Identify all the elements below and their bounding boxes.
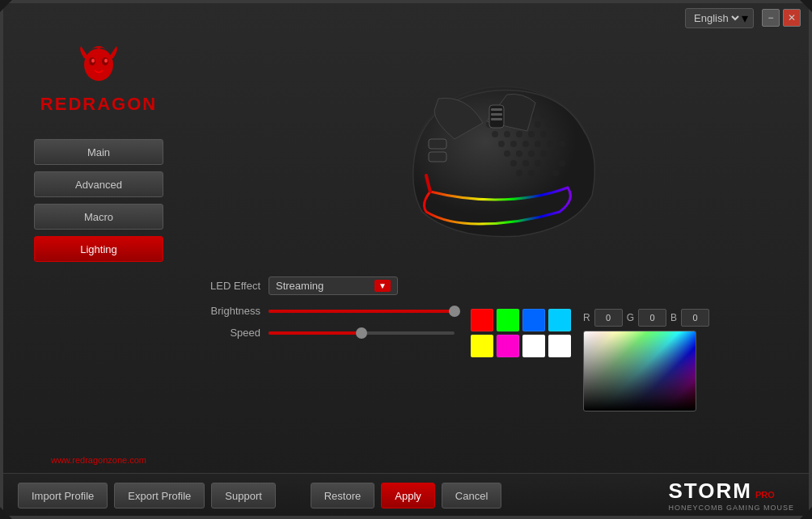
- mouse-area: [180, 42, 794, 268]
- swatch-cyan[interactable]: [548, 309, 571, 331]
- led-effect-dropdown[interactable]: Streaming ▼: [269, 276, 398, 295]
- controls-panel: LED Effect Streaming ▼ Brightness: [180, 268, 794, 420]
- svg-point-42: [552, 170, 559, 176]
- swatch-red[interactable]: [471, 309, 493, 331]
- swatch-white2[interactable]: [548, 335, 571, 357]
- svg-point-16: [547, 121, 553, 128]
- led-effect-value: Streaming: [276, 280, 324, 292]
- bottom-left-buttons: Import Profile Export Profile Support: [18, 483, 277, 508]
- storm-logo: STORM PRO HONEYCOMB GAMING MOUSE: [668, 479, 794, 513]
- svg-point-41: [540, 170, 547, 176]
- svg-point-32: [540, 150, 547, 157]
- logo-area: REDRAGON: [40, 42, 157, 115]
- swatch-blue[interactable]: [522, 309, 545, 331]
- swatch-magenta[interactable]: [497, 335, 519, 357]
- storm-text: STORM: [668, 479, 751, 504]
- svg-rect-44: [491, 108, 502, 111]
- svg-point-25: [522, 141, 529, 147]
- r-label: R: [583, 312, 590, 323]
- speed-fill: [269, 331, 362, 335]
- chevron-down-icon: ▼: [374, 280, 391, 292]
- speed-row: Speed: [196, 327, 455, 339]
- brightness-slider-track[interactable]: [269, 310, 455, 313]
- color-section: R G B: [471, 309, 709, 411]
- svg-rect-48: [429, 152, 446, 162]
- title-bar: English ▾ − ✕: [2, 2, 810, 34]
- sidebar-item-lighting[interactable]: Lighting: [34, 236, 163, 262]
- svg-point-33: [552, 150, 559, 157]
- swatch-green[interactable]: [497, 309, 519, 331]
- svg-point-24: [510, 141, 517, 147]
- minimize-button[interactable]: −: [762, 9, 780, 27]
- svg-point-4: [104, 59, 108, 63]
- svg-point-15: [535, 121, 541, 128]
- svg-point-23: [498, 141, 505, 147]
- led-effect-label: LED Effect: [196, 280, 260, 292]
- sidebar: REDRAGON Main Advanced Macro Lighting ww…: [18, 34, 180, 473]
- language-selector[interactable]: English ▾: [685, 8, 754, 28]
- svg-point-29: [504, 150, 510, 157]
- svg-rect-47: [429, 139, 446, 149]
- sidebar-item-main[interactable]: Main: [34, 139, 163, 165]
- speed-slider-track[interactable]: [269, 331, 455, 335]
- color-picker-area: R G B: [583, 309, 709, 411]
- color-gradient-picker[interactable]: [583, 331, 696, 411]
- svg-point-26: [535, 141, 541, 147]
- brightness-row: Brightness: [196, 305, 455, 317]
- svg-point-18: [504, 131, 510, 137]
- apply-button[interactable]: Apply: [381, 483, 435, 508]
- rgb-inputs: R G B: [583, 309, 709, 327]
- restore-button[interactable]: Restore: [311, 483, 375, 508]
- sidebar-item-macro[interactable]: Macro: [34, 204, 163, 230]
- speed-thumb[interactable]: [356, 327, 367, 339]
- svg-point-38: [559, 160, 565, 167]
- main-panel: LED Effect Streaming ▼ Brightness: [180, 34, 794, 473]
- cancel-button[interactable]: Cancel: [442, 483, 501, 508]
- language-dropdown[interactable]: English: [691, 11, 742, 25]
- brightness-thumb[interactable]: [449, 306, 460, 317]
- svg-point-36: [535, 160, 541, 167]
- b-input[interactable]: [681, 309, 709, 327]
- svg-rect-46: [491, 118, 502, 120]
- bottom-center-buttons: Restore Apply Cancel: [277, 483, 535, 508]
- app-window: English ▾ − ✕: [0, 0, 812, 519]
- svg-point-10: [540, 112, 547, 118]
- speed-label: Speed: [196, 327, 260, 339]
- storm-subtitle: HONEYCOMB GAMING MOUSE: [668, 504, 794, 513]
- svg-point-19: [516, 131, 522, 137]
- close-button[interactable]: ✕: [783, 9, 801, 27]
- swatch-white1[interactable]: [522, 335, 545, 357]
- storm-pro-text: PRO: [755, 490, 775, 500]
- website-text: www.redragonzone.com: [51, 455, 146, 465]
- chevron-icon: ▾: [742, 11, 748, 26]
- svg-point-20: [528, 131, 535, 137]
- content-area: REDRAGON Main Advanced Macro Lighting ww…: [2, 34, 810, 473]
- g-label: G: [627, 312, 634, 323]
- bottom-right-brand: STORM PRO HONEYCOMB GAMING MOUSE: [535, 479, 794, 513]
- svg-point-17: [492, 131, 498, 137]
- g-input[interactable]: [638, 309, 666, 327]
- svg-point-22: [552, 131, 559, 137]
- svg-point-40: [528, 170, 535, 176]
- svg-point-35: [522, 160, 529, 167]
- import-profile-button[interactable]: Import Profile: [18, 483, 108, 508]
- dragon-icon: [74, 42, 123, 86]
- sidebar-item-advanced[interactable]: Advanced: [34, 171, 163, 197]
- logo-text: REDRAGON: [40, 94, 157, 115]
- svg-point-3: [91, 59, 95, 63]
- led-effect-row: LED Effect Streaming ▼: [196, 276, 778, 295]
- swatch-yellow[interactable]: [471, 335, 493, 357]
- mouse-image: [333, 50, 641, 260]
- svg-point-28: [559, 141, 565, 147]
- svg-point-34: [510, 160, 517, 167]
- svg-point-39: [516, 170, 522, 176]
- svg-rect-45: [491, 113, 502, 116]
- svg-point-37: [547, 160, 553, 167]
- support-button[interactable]: Support: [211, 483, 276, 508]
- export-profile-button[interactable]: Export Profile: [114, 483, 205, 508]
- brightness-fill: [269, 310, 455, 313]
- r-input[interactable]: [594, 309, 623, 327]
- svg-point-30: [516, 150, 522, 157]
- svg-point-31: [528, 150, 535, 157]
- svg-point-21: [540, 131, 547, 137]
